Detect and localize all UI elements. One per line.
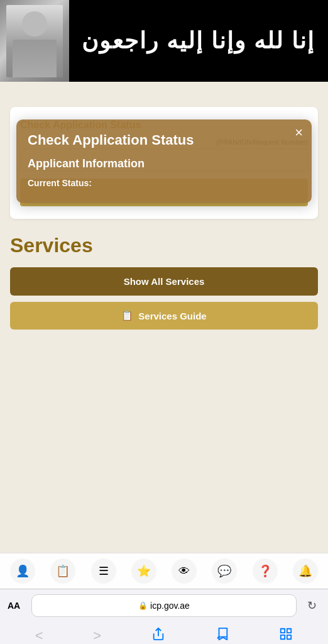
tracking-icon: 👁 [172,558,197,584]
nav-item-help[interactable]: ❓ [253,558,278,584]
safari-lock-icon: 🔒 [138,601,148,610]
services-heading: Services [10,234,318,257]
header-banner: إنا لله وإنا إليه راجعون [0,0,328,82]
safari-back-button[interactable]: < [29,625,50,644]
services-guide-label: Services Guide [138,311,206,321]
services-section: Services Show All Services 📋 Services Gu… [0,219,328,337]
safari-browser-bar: AA 🔒 icp.gov.ae ↻ < > [0,589,328,644]
safari-tabs-button[interactable] [273,625,299,644]
chat-icon: 💬 [212,558,237,584]
leader-portrait [6,5,63,77]
modal-subtitle: Applicant Information [28,157,300,170]
nav-item-menu[interactable]: ☰ [91,558,116,584]
svg-rect-4 [281,635,285,639]
nav-item-profile[interactable]: 👤 [10,558,35,584]
svg-rect-2 [287,629,291,633]
safari-address-row: AA 🔒 icp.gov.ae ↻ [0,589,328,622]
nav-item-favorites[interactable]: ⭐ [131,558,156,584]
profile-icon: 👤 [10,558,35,584]
safari-url-bar[interactable]: 🔒 icp.gov.ae [31,594,297,617]
safari-reload-button[interactable]: ↻ [303,599,320,613]
check-application-card: Check Application Status (PRAN/IDN/Reque… [10,107,318,219]
favorites-icon: ⭐ [131,558,156,584]
bottom-navigation: 👤 📋 ☰ ⭐ 👁 💬 ❓ 🔔 [0,553,328,589]
svg-rect-1 [281,629,285,633]
help-icon: ❓ [253,558,278,584]
show-all-services-button[interactable]: Show All Services [10,267,318,296]
modal-overlay: × Check Application Status Applicant Inf… [10,107,318,219]
header-arabic-section: إنا لله وإنا إليه راجعون [69,20,328,62]
guide-icon: 📋 [121,310,133,321]
safari-aa-button[interactable]: AA [8,601,25,611]
nav-item-notifications[interactable]: 🔔 [293,558,318,584]
svg-rect-3 [287,635,291,639]
beige-spacer [0,82,328,107]
current-status-label: Current Status: [28,178,300,188]
safari-forward-button[interactable]: > [87,625,107,644]
safari-share-button[interactable] [145,625,172,644]
nav-item-applications[interactable]: 📋 [50,558,75,584]
safari-bookmarks-button[interactable] [209,625,236,644]
nav-item-tracking[interactable]: 👁 [172,558,197,584]
nav-item-chat[interactable]: 💬 [212,558,237,584]
safari-url-text: icp.gov.ae [150,601,190,611]
menu-icon: ☰ [91,558,116,584]
modal-title: Check Application Status [28,132,300,148]
arabic-calligraphy-text: إنا لله وإنا إليه راجعون [82,26,315,56]
check-status-modal: × Check Application Status Applicant Inf… [16,119,312,203]
services-guide-button[interactable]: 📋 Services Guide [10,302,318,330]
header-photo [0,0,69,82]
notifications-icon: 🔔 [293,558,318,584]
modal-close-button[interactable]: × [295,126,303,140]
applications-icon: 📋 [50,558,75,584]
safari-nav-row: < > [0,622,328,644]
